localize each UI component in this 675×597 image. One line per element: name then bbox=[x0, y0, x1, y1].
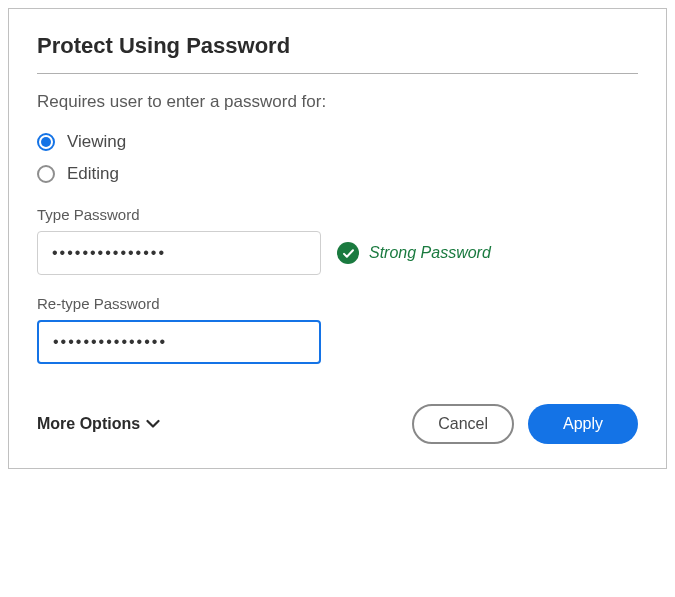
radio-editing[interactable]: Editing bbox=[37, 164, 638, 184]
retype-password-input[interactable] bbox=[37, 320, 321, 364]
button-group: Cancel Apply bbox=[412, 404, 638, 444]
radio-viewing[interactable]: Viewing bbox=[37, 132, 638, 152]
chevron-down-icon bbox=[146, 419, 160, 429]
type-password-label: Type Password bbox=[37, 206, 638, 223]
cancel-button[interactable]: Cancel bbox=[412, 404, 514, 444]
type-password-row: Strong Password bbox=[37, 231, 638, 275]
more-options-label: More Options bbox=[37, 415, 140, 433]
dialog-footer: More Options Cancel Apply bbox=[37, 404, 638, 444]
apply-button[interactable]: Apply bbox=[528, 404, 638, 444]
retype-password-row bbox=[37, 320, 638, 364]
radio-viewing-label: Viewing bbox=[67, 132, 126, 152]
protect-password-dialog: Protect Using Password Requires user to … bbox=[8, 8, 667, 469]
radio-editing-label: Editing bbox=[67, 164, 119, 184]
type-password-input[interactable] bbox=[37, 231, 321, 275]
password-strength-indicator: Strong Password bbox=[337, 242, 491, 264]
protection-mode-group: Viewing Editing bbox=[37, 132, 638, 184]
strength-text: Strong Password bbox=[369, 244, 491, 262]
dialog-description: Requires user to enter a password for: bbox=[37, 92, 638, 112]
radio-icon bbox=[37, 133, 55, 151]
retype-password-label: Re-type Password bbox=[37, 295, 638, 312]
check-icon bbox=[337, 242, 359, 264]
divider bbox=[37, 73, 638, 74]
radio-icon bbox=[37, 165, 55, 183]
dialog-title: Protect Using Password bbox=[37, 33, 638, 59]
more-options-toggle[interactable]: More Options bbox=[37, 415, 160, 433]
